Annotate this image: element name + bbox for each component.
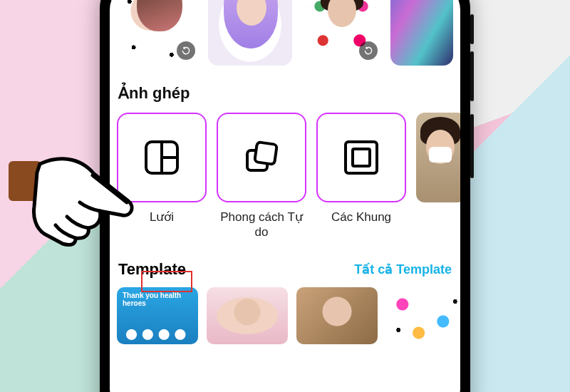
template-row: Thank you health heroes xyxy=(117,287,453,344)
replay-icon xyxy=(177,41,195,60)
frames-icon xyxy=(341,138,381,177)
svg-rect-4 xyxy=(254,142,277,165)
svg-rect-5 xyxy=(346,142,377,173)
template-card[interactable] xyxy=(296,287,378,344)
collage-label: Các Khung xyxy=(316,210,406,225)
grid-icon xyxy=(142,138,182,177)
section-title-collage: Ảnh ghép xyxy=(118,84,453,103)
collage-tile-freestyle[interactable]: Phong cách Tự do xyxy=(217,113,306,240)
phone-frame: Ảnh ghép Lưới xyxy=(100,0,470,392)
effects-row xyxy=(117,0,453,66)
collage-tile-frames[interactable]: Các Khung xyxy=(316,113,406,225)
see-all-templates-link[interactable]: Tất cả Template xyxy=(354,262,452,277)
template-caption: Thank you health heroes xyxy=(117,287,198,312)
effect-thumbnail[interactable] xyxy=(117,0,201,66)
freestyle-icon xyxy=(240,136,283,179)
volume-button xyxy=(470,51,474,101)
volume-button xyxy=(470,14,474,44)
template-card[interactable] xyxy=(386,287,460,344)
app-screen: Ảnh ghép Lưới xyxy=(110,0,460,392)
replay-icon xyxy=(359,41,378,60)
collage-label: Phong cách Tự do xyxy=(217,210,306,240)
effect-thumbnail[interactable] xyxy=(390,0,453,66)
collage-row: Lưới Phong cách Tự do xyxy=(117,113,453,240)
template-card[interactable] xyxy=(207,287,288,344)
collage-tile-grid[interactable]: Lưới xyxy=(117,113,207,225)
collage-label: Lưới xyxy=(117,210,207,225)
effect-thumbnail[interactable] xyxy=(208,0,292,66)
effect-thumbnail[interactable] xyxy=(299,0,383,66)
template-card[interactable]: Thank you health heroes xyxy=(117,287,198,344)
power-button xyxy=(470,114,474,178)
collage-preview-thumb[interactable] xyxy=(416,113,460,202)
svg-rect-6 xyxy=(353,149,370,166)
section-title-template: Template xyxy=(118,260,186,279)
